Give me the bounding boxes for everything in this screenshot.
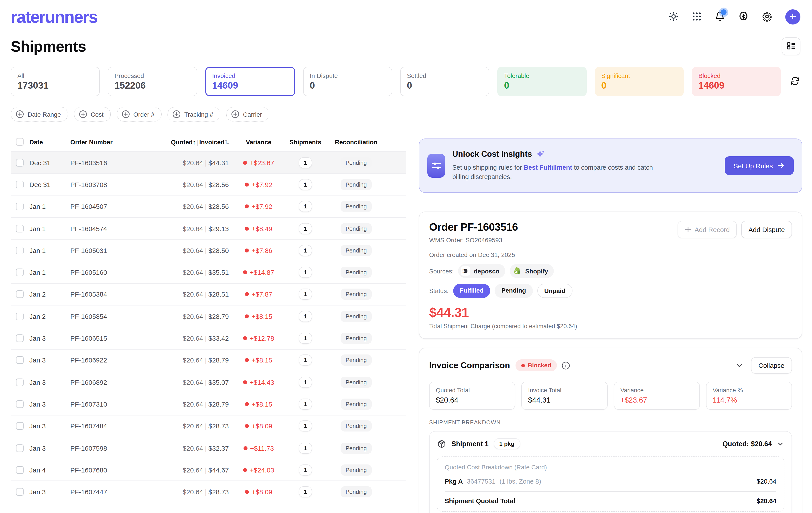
stat-card[interactable]: Processed 152206: [108, 67, 197, 96]
table-row[interactable]: Jan 1 PF-1605031 $20.64|$28.50 +$7.86 1 …: [11, 239, 406, 262]
reconciliation-status-pill: Pending: [341, 355, 372, 366]
table-row[interactable]: Dec 31 PF-1603516 $20.64|$44.31 +$23.67 …: [11, 152, 406, 174]
col-header-order-number[interactable]: Order Number: [70, 138, 145, 145]
select-all-checkbox[interactable]: [16, 138, 24, 146]
source-chip-shopify[interactable]: Shopify: [510, 264, 554, 278]
table-row[interactable]: Jan 3 PF-1606922 $20.64|$28.79 +$8.15 1 …: [11, 349, 406, 371]
table-row[interactable]: Jan 3 PF-1607447 $20.64|$28.73 +$8.09 1 …: [11, 481, 406, 503]
table-row[interactable]: Jan 2 PF-1605854 $20.64|$28.79 +$8.15 1 …: [11, 306, 406, 327]
row-checkbox[interactable]: [16, 400, 24, 408]
row-checkbox[interactable]: [16, 444, 24, 452]
table-row[interactable]: Jan 3 PF-1607310 $20.64|$28.79 +$8.15 1 …: [11, 393, 406, 416]
table-row[interactable]: Jan 3 PF-1606515 $20.64|$33.42 +$12.78 1…: [11, 327, 406, 349]
table-row[interactable]: Jan 1 PF-1605160 $20.64|$35.51 +$14.87 1…: [11, 262, 406, 284]
collapse-button[interactable]: Collapse: [751, 357, 792, 374]
row-checkbox[interactable]: [16, 247, 24, 254]
row-checkbox[interactable]: [16, 357, 24, 364]
title-row: Shipments: [0, 37, 812, 55]
table-row[interactable]: Jan 1 PF-1604574 $20.64|$29.13 +$8.49 1 …: [11, 218, 406, 240]
table-row[interactable]: Dec 31 PF-1603708 $20.64|$28.56 +$7.92 1…: [11, 174, 406, 196]
row-checkbox[interactable]: [16, 466, 24, 474]
source-chip-deposco[interactable]: deposco: [458, 264, 505, 278]
stat-card-value: 0: [407, 80, 483, 91]
stat-value: 114.7%: [713, 396, 785, 404]
col-header-quoted-invoiced[interactable]: Quoted↑|Invoiced⇅: [145, 138, 232, 145]
filter-chip-label: Tracking #: [184, 111, 213, 118]
view-toggle-button[interactable]: [782, 37, 801, 55]
settings-button[interactable]: [762, 11, 773, 23]
apps-grid-button[interactable]: [692, 11, 702, 23]
filter-chip[interactable]: Carrier: [226, 107, 269, 121]
row-checkbox[interactable]: [16, 378, 24, 386]
stat-card[interactable]: Blocked 14609: [692, 67, 781, 96]
cell-order-number: PF-1607447: [70, 488, 145, 496]
theme-toggle-button[interactable]: [668, 11, 679, 23]
variance-dot-icon: [243, 270, 247, 274]
reconciliation-status-pill: Pending: [341, 157, 372, 168]
table-row[interactable]: Jan 3 PF-1607484 $20.64|$28.73 +$8.09 1 …: [11, 415, 406, 437]
banner-body: Set up shipping rules for Best Fulfillme…: [452, 163, 662, 182]
chevron-down-icon[interactable]: [776, 440, 784, 448]
notifications-button[interactable]: [715, 11, 725, 23]
stat-card[interactable]: All 173031: [11, 67, 100, 96]
variance-dot-icon: [243, 468, 247, 472]
pkg-meta: (1 lbs, Zone 8): [499, 478, 541, 485]
reconciliation-status-pill: Pending: [341, 333, 372, 344]
table-row[interactable]: Jan 2 PF-1605384 $20.64|$28.51 +$7.87 1 …: [11, 284, 406, 306]
add-record-button[interactable]: Add Record: [677, 221, 737, 238]
stat-card[interactable]: Significant 0: [594, 67, 684, 96]
info-icon[interactable]: [561, 361, 570, 370]
blocked-status-pill: Blocked: [515, 359, 557, 371]
row-checkbox[interactable]: [16, 488, 24, 496]
col-header-shipments[interactable]: Shipments: [285, 138, 326, 145]
filter-chip-label: Carrier: [243, 111, 262, 118]
add-dispute-button[interactable]: Add Dispute: [742, 221, 792, 238]
stat-card[interactable]: In Dispute 0: [303, 67, 393, 96]
col-header-variance[interactable]: Variance: [232, 138, 285, 145]
reconciliation-status-pill: Pending: [341, 399, 372, 410]
refresh-button[interactable]: [790, 76, 801, 87]
cell-order-number: PF-1606922: [70, 357, 145, 364]
shipments-count-pill: 1: [299, 179, 312, 190]
reconciliation-status-pill: Pending: [341, 311, 372, 322]
cell-date: Jan 3: [29, 357, 70, 364]
row-checkbox[interactable]: [16, 159, 24, 166]
set-up-rules-button[interactable]: Set Up Rules: [725, 156, 794, 175]
filter-chip[interactable]: Date Range: [11, 107, 68, 121]
col-header-date[interactable]: Date: [29, 138, 70, 145]
reconciliation-status-pill: Pending: [341, 267, 372, 278]
status-pills: Fulfilled Pending Unpaid: [453, 284, 573, 298]
row-checkbox[interactable]: [16, 268, 24, 276]
cell-quoted-invoiced: $20.64|$28.73: [145, 422, 232, 430]
cell-date: Jan 2: [29, 291, 70, 298]
cell-shipments: 1: [285, 399, 326, 410]
stat-card[interactable]: Settled 0: [400, 67, 490, 96]
row-checkbox[interactable]: [16, 335, 24, 342]
row-checkbox[interactable]: [16, 422, 24, 430]
cell-shipments: 1: [285, 355, 326, 366]
row-checkbox[interactable]: [16, 203, 24, 210]
row-checkbox[interactable]: [16, 291, 24, 298]
cell-order-number: PF-1607310: [70, 400, 145, 408]
filter-chip[interactable]: Tracking #: [167, 107, 220, 121]
table-body: Dec 31 PF-1603516 $20.64|$44.31 +$23.67 …: [11, 152, 406, 503]
table-row[interactable]: Jan 4 PF-1607680 $20.64|$44.67 +$24.03 1…: [11, 459, 406, 481]
reconciliation-status-pill: Pending: [341, 201, 372, 212]
row-checkbox[interactable]: [16, 225, 24, 232]
cell-date: Jan 3: [29, 400, 70, 408]
row-checkbox[interactable]: [16, 181, 24, 188]
shipment-header[interactable]: Shipment 1 1 pkg Quoted: $20.64: [437, 438, 784, 449]
stat-card[interactable]: Invoiced 14609: [205, 67, 295, 96]
col-header-reconciliation[interactable]: Reconciliation: [326, 138, 386, 145]
stat-card[interactable]: Tolerable 0: [497, 67, 587, 96]
filter-chip[interactable]: Order #: [116, 107, 162, 121]
row-checkbox[interactable]: [16, 312, 24, 320]
table-row[interactable]: Jan 3 PF-1607598 $20.64|$32.37 +$11.73 1…: [11, 437, 406, 459]
billing-button[interactable]: [738, 11, 749, 23]
table-row[interactable]: Jan 1 PF-1604507 $20.64|$28.56 +$7.92 1 …: [11, 196, 406, 218]
filter-chip[interactable]: Cost: [74, 107, 111, 121]
best-fulfillment-link: Best Fulfillment: [524, 164, 572, 171]
table-row[interactable]: Jan 3 PF-1606892 $20.64|$35.07 +$14.43 1…: [11, 371, 406, 393]
create-button[interactable]: [785, 9, 801, 25]
chevron-down-icon[interactable]: [735, 361, 744, 370]
